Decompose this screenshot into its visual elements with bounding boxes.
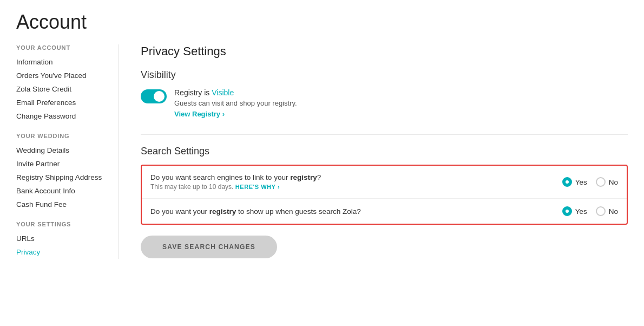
visibility-toggle[interactable] <box>141 89 167 103</box>
heres-why-link[interactable]: HERE'S WHY › <box>235 184 280 190</box>
search-row-2-question: Do you want your registry to show up whe… <box>150 207 562 216</box>
search-row-1-yes-radio[interactable] <box>562 177 572 187</box>
sidebar-item-invite-partner[interactable]: Invite Partner <box>16 157 113 171</box>
search-row-1-no-option[interactable]: No <box>596 177 618 187</box>
search-row-1-radio-group: Yes No <box>562 177 618 187</box>
sidebar-section-your-wedding: YOUR WEDDING <box>16 133 113 139</box>
toggle-slider <box>141 89 167 103</box>
sidebar-section-your-settings: YOUR SETTINGS <box>16 221 113 227</box>
sidebar-item-urls[interactable]: URLs <box>16 232 113 245</box>
search-row-2-no-radio[interactable] <box>596 206 606 216</box>
search-row-1-suffix: ? <box>317 173 321 181</box>
search-row-2-yes-option[interactable]: Yes <box>562 206 587 216</box>
sidebar-item-email-prefs[interactable]: Email Preferences <box>16 96 113 109</box>
section-divider <box>141 134 628 135</box>
search-row-2-prefix: Do you want your <box>150 207 209 216</box>
search-row-1-no-label: No <box>609 178 618 186</box>
registry-status: Registry is Visible <box>174 88 297 97</box>
search-row-1-bold: registry <box>290 173 317 181</box>
sidebar-item-orders[interactable]: Orders You've Placed <box>16 69 113 82</box>
view-registry-link[interactable]: View Registry › <box>174 110 225 118</box>
main-content: Privacy Settings Visibility Registry is … <box>135 44 628 259</box>
search-row-1-yes-label: Yes <box>575 178 587 186</box>
sidebar-item-change-password[interactable]: Change Password <box>16 109 113 123</box>
search-row-2-no-label: No <box>609 207 618 216</box>
visibility-status-word: Visible <box>212 88 234 97</box>
search-row-1-no-radio[interactable] <box>596 177 606 187</box>
sidebar-item-registry-shipping[interactable]: Registry Shipping Address <box>16 171 113 184</box>
page-title: Account <box>16 11 628 34</box>
search-row-1: Do you want search engines to link to yo… <box>142 166 627 198</box>
visibility-text: Registry is Visible Guests can visit and… <box>174 88 297 118</box>
search-row-2-no-option[interactable]: No <box>596 206 618 216</box>
sidebar-item-information[interactable]: Information <box>16 55 113 69</box>
visibility-row: Registry is Visible Guests can visit and… <box>141 88 628 118</box>
search-row-1-subtext-prefix: This may take up to 10 days. <box>150 183 233 191</box>
search-row-2-yes-radio[interactable] <box>562 206 572 216</box>
visibility-title: Visibility <box>141 69 628 81</box>
search-row-2-text: Do you want your registry to show up whe… <box>150 207 562 216</box>
search-row-2-suffix: to show up when guests search Zola? <box>236 207 360 216</box>
search-row-1-text: Do you want search engines to link to yo… <box>150 173 562 191</box>
search-row-1-question: Do you want search engines to link to yo… <box>150 173 562 181</box>
search-row-1-yes-option[interactable]: Yes <box>562 177 587 187</box>
search-settings-title: Search Settings <box>141 146 628 157</box>
search-row-2-radio-group: Yes No <box>562 206 618 216</box>
sidebar: YOUR ACCOUNT Information Orders You've P… <box>16 44 119 259</box>
visibility-subtext: Guests can visit and shop your registry. <box>174 99 297 107</box>
sidebar-item-wedding-details[interactable]: Wedding Details <box>16 144 113 157</box>
sidebar-item-bank-account[interactable]: Bank Account Info <box>16 184 113 198</box>
search-row-2-yes-label: Yes <box>575 207 587 216</box>
search-row-2: Do you want your registry to show up whe… <box>142 198 627 224</box>
sidebar-item-privacy[interactable]: Privacy <box>16 245 113 259</box>
sidebar-item-cash-fund-fee[interactable]: Cash Fund Fee <box>16 198 113 211</box>
search-row-1-prefix: Do you want search engines to link to yo… <box>150 173 290 181</box>
registry-label: Registry is <box>174 88 209 97</box>
search-row-2-bold: registry <box>209 207 236 216</box>
search-settings-box: Do you want search engines to link to yo… <box>141 165 628 225</box>
privacy-settings-title: Privacy Settings <box>141 44 628 58</box>
save-search-changes-button[interactable]: SAVE SEARCH CHANGES <box>141 236 277 258</box>
search-row-1-subtext: This may take up to 10 days. HERE'S WHY … <box>150 183 562 191</box>
sidebar-section-your-account: YOUR ACCOUNT <box>16 44 113 51</box>
sidebar-item-zola-credit[interactable]: Zola Store Credit <box>16 82 113 96</box>
